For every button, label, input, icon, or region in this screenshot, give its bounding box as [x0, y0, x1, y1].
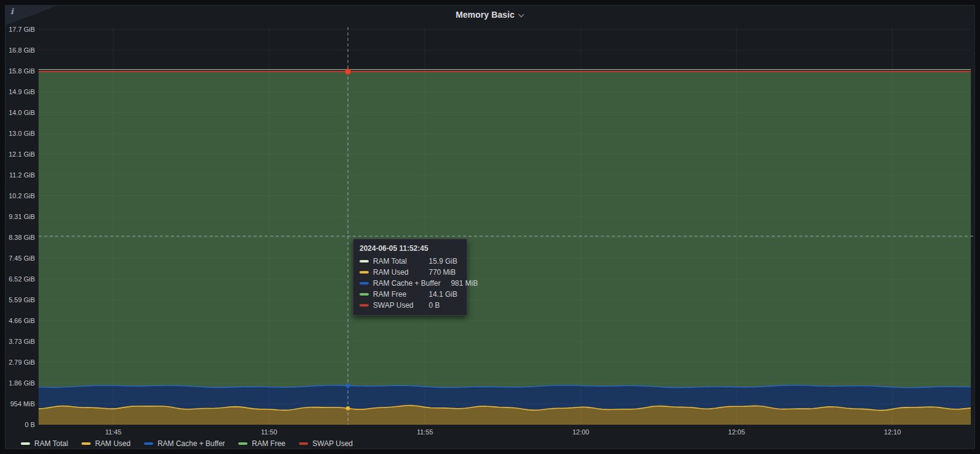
tooltip-row: RAM Total15.9 GiB	[360, 257, 461, 266]
chevron-down-icon[interactable]	[518, 9, 524, 20]
y-tick-label: 5.59 GiB	[4, 296, 35, 303]
y-tick-label: 15.8 GiB	[4, 67, 35, 75]
legend-color-swatch	[299, 442, 308, 445]
legend-label: RAM Free	[252, 439, 285, 448]
chart-legend: RAM TotalRAM UsedRAM Cache + BufferRAM F…	[21, 438, 353, 448]
tooltip-series-value: 770 MiB	[429, 268, 461, 277]
legend-item[interactable]: SWAP Used	[299, 439, 353, 448]
legend-label: RAM Cache + Buffer	[157, 439, 225, 448]
tooltip-series-value: 981 MiB	[451, 279, 483, 288]
tooltip-series-label: SWAP Used	[373, 301, 424, 310]
x-tick-label: 12:05	[728, 428, 745, 436]
ram-cache-buffer-hover-point	[346, 384, 350, 388]
legend-item[interactable]: RAM Used	[81, 439, 130, 448]
tooltip-rows: RAM Total15.9 GiBRAM Used770 MiBRAM Cach…	[360, 257, 461, 310]
y-tick-label: 17.7 GiB	[4, 26, 35, 33]
y-tick-label: 6.52 GiB	[4, 275, 35, 283]
tooltip-series-value: 15.9 GiB	[429, 257, 461, 266]
tooltip-timestamp: 2024-06-05 11:52:45	[360, 244, 461, 253]
legend-label: RAM Total	[34, 439, 68, 448]
tooltip-series-label: RAM Total	[373, 257, 424, 266]
y-tick-label: 9.31 GiB	[4, 213, 35, 220]
legend-item[interactable]: RAM Total	[21, 439, 68, 448]
y-tick-label: 0 B	[4, 421, 35, 428]
panel-title: Memory Basic	[456, 10, 514, 20]
tooltip-row: SWAP Used0 B	[360, 301, 461, 310]
y-tick-label: 3.73 GiB	[4, 338, 35, 345]
series-color-swatch	[360, 260, 369, 262]
y-tick-label: 8.38 GiB	[4, 234, 35, 241]
y-tick-label: 14.9 GiB	[4, 88, 35, 95]
ram-used-hover-point	[346, 406, 350, 411]
y-tick-label: 16.8 GiB	[4, 47, 35, 54]
panel-header[interactable]: Memory Basic	[5, 5, 975, 24]
series-color-swatch	[360, 304, 369, 307]
y-tick-label: 14.0 GiB	[4, 109, 35, 116]
legend-color-swatch	[81, 442, 91, 445]
x-tick-label: 12:10	[884, 428, 901, 436]
y-tick-label: 12.1 GiB	[4, 151, 35, 158]
y-tick-label: 954 MiB	[4, 400, 35, 407]
tooltip-series-value: 14.1 GiB	[429, 290, 461, 299]
y-tick-label: 2.79 GiB	[4, 359, 35, 366]
legend-item[interactable]: RAM Free	[238, 439, 285, 448]
series-color-swatch	[360, 293, 369, 296]
grafana-dashboard-page: i Memory Basic 0 B954 MiB1.86 GiB2.79 Gi…	[0, 0, 980, 454]
legend-color-swatch	[238, 442, 247, 445]
panel-info-corner[interactable]: i	[6, 6, 58, 25]
x-tick-label: 11:55	[417, 428, 433, 436]
legend-label: SWAP Used	[312, 439, 353, 448]
y-tick-label: 10.2 GiB	[4, 192, 35, 199]
tooltip-series-label: RAM Free	[373, 290, 424, 299]
time-series-plot[interactable]	[0, 0, 980, 454]
legend-item[interactable]: RAM Cache + Buffer	[144, 439, 225, 448]
x-tick-label: 11:45	[105, 428, 122, 436]
y-tick-label: 13.0 GiB	[4, 130, 35, 137]
x-tick-label: 12:00	[572, 428, 589, 436]
y-tick-label: 4.66 GiB	[4, 317, 35, 324]
tooltip-row: RAM Cache + Buffer981 MiB	[360, 279, 461, 288]
tooltip-row: RAM Used770 MiB	[360, 268, 461, 277]
legend-color-swatch	[21, 442, 30, 445]
info-icon: i	[10, 7, 13, 16]
legend-color-swatch	[144, 442, 153, 445]
y-tick-label: 1.86 GiB	[4, 379, 35, 387]
x-tick-label: 11:50	[261, 428, 277, 436]
tooltip-series-label: RAM Used	[373, 268, 424, 277]
y-tick-label: 7.45 GiB	[4, 255, 35, 262]
legend-label: RAM Used	[95, 439, 130, 448]
series-color-swatch	[360, 271, 369, 274]
y-tick-label: 11.2 GiB	[4, 171, 35, 179]
swap-used-hover-point	[345, 69, 351, 74]
tooltip-series-label: RAM Cache + Buffer	[373, 279, 447, 288]
ram-free-area	[39, 72, 971, 388]
chart-tooltip: 2024-06-05 11:52:45 RAM Total15.9 GiBRAM…	[353, 239, 467, 316]
tooltip-row: RAM Free14.1 GiB	[360, 290, 461, 299]
tooltip-series-value: 0 B	[429, 301, 461, 310]
series-color-swatch	[360, 282, 369, 285]
